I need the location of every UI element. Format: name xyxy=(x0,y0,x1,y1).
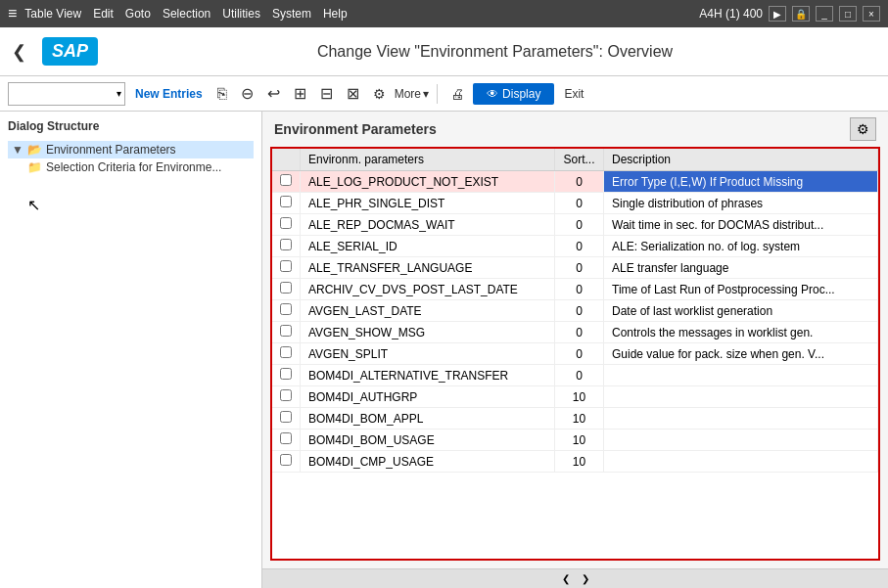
table-row[interactable]: ALE_LOG_PRODUCT_NOT_EXIST0Error Type (I,… xyxy=(272,171,878,193)
row-checkbox[interactable] xyxy=(280,389,292,401)
undo-icon: ↩ xyxy=(267,84,280,103)
row-checkbox[interactable] xyxy=(280,174,292,186)
table-row[interactable]: BOM4DI_BOM_USAGE10 xyxy=(272,430,878,451)
row-sort: 0 xyxy=(555,214,604,236)
back-button[interactable]: ❮ xyxy=(12,41,26,63)
row-checkbox-cell xyxy=(272,236,301,257)
row-checkbox-cell xyxy=(272,300,301,322)
hamburger-icon[interactable]: ≡ xyxy=(8,5,17,23)
row-sort: 0 xyxy=(555,300,604,322)
row-desc: Controls the messages in worklist gen. xyxy=(604,322,878,343)
play-button[interactable]: ▶ xyxy=(769,6,786,22)
menu-item-utilities[interactable]: Utilities xyxy=(222,7,260,21)
table-row[interactable]: ALE_PHR_SINGLE_DIST0Single distribution … xyxy=(272,193,878,214)
grid2-icon-button[interactable]: ⊟ xyxy=(315,81,338,106)
grid3-icon-button[interactable]: ⊠ xyxy=(342,81,364,106)
row-checkbox[interactable] xyxy=(280,196,292,207)
cursor-area: ↖ xyxy=(8,176,254,234)
new-entries-button[interactable]: New Entries xyxy=(129,85,209,103)
copy-icon: ⎘ xyxy=(217,85,227,103)
row-sort: 0 xyxy=(555,365,604,386)
sidebar-item-env-params[interactable]: ▼ 📂 Environment Parameters xyxy=(8,141,254,158)
panel-settings-icon: ⚙ xyxy=(857,121,869,137)
row-checkbox[interactable] xyxy=(280,432,292,444)
table-row[interactable]: AVGEN_SHOW_MSG0Controls the messages in … xyxy=(272,322,878,343)
row-param: ALE_REP_DOCMAS_WAIT xyxy=(301,214,555,236)
col-header-sort[interactable]: Sort... xyxy=(555,149,604,171)
undo-icon-button[interactable]: ↩ xyxy=(262,81,285,106)
row-param: BOM4DI_AUTHGRP xyxy=(301,386,555,408)
row-checkbox-cell xyxy=(272,257,301,279)
row-checkbox[interactable] xyxy=(280,325,292,337)
row-checkbox[interactable] xyxy=(280,282,292,294)
table-row[interactable]: ALE_REP_DOCMAS_WAIT0Wait time in sec. fo… xyxy=(272,214,878,236)
menu-item-tableview[interactable]: Table View xyxy=(24,7,81,21)
sidebar-item-sel-criteria[interactable]: 📁 Selection Criteria for Environme... xyxy=(8,158,254,176)
table-row[interactable]: AVGEN_SPLIT0Guide value for pack. size w… xyxy=(272,343,878,365)
row-checkbox-cell xyxy=(272,386,301,408)
folder-open-icon: ▼ xyxy=(12,143,23,157)
printer-icon: 🖨 xyxy=(450,86,464,102)
row-desc: ALE transfer language xyxy=(604,257,878,279)
col-header-param[interactable]: Environm. parameters xyxy=(301,149,555,171)
menu-item-edit[interactable]: Edit xyxy=(93,7,114,21)
exit-button[interactable]: Exit xyxy=(558,85,589,103)
menu-item-selection[interactable]: Selection xyxy=(163,7,210,21)
row-checkbox[interactable] xyxy=(280,368,292,380)
toolbar-dropdown[interactable] xyxy=(8,82,125,106)
row-checkbox[interactable] xyxy=(280,239,292,250)
table-row[interactable]: BOM4DI_CMP_USAGE10 xyxy=(272,451,878,473)
nav-left-icon[interactable]: ❮ xyxy=(558,573,574,584)
close-button[interactable]: × xyxy=(863,6,880,22)
page-title: Change View "Environment Parameters": Ov… xyxy=(114,43,876,61)
row-checkbox[interactable] xyxy=(280,411,292,423)
delete-icon-button[interactable]: ⊖ xyxy=(236,81,258,106)
row-checkbox[interactable] xyxy=(280,454,292,466)
copy-icon-button[interactable]: ⎘ xyxy=(212,82,232,106)
table-row[interactable]: BOM4DI_BOM_APPL10 xyxy=(272,408,878,430)
row-desc xyxy=(604,365,878,386)
menu-item-system[interactable]: System xyxy=(272,7,311,21)
grid3-icon: ⊠ xyxy=(347,84,359,103)
table-row[interactable]: BOM4DI_ALTERNATIVE_TRANSFER0 xyxy=(272,365,878,386)
table-row[interactable]: ALE_TRANSFER_LANGUAGE0ALE transfer langu… xyxy=(272,257,878,279)
sidebar-title: Dialog Structure xyxy=(8,119,254,133)
panel-settings-button[interactable]: ⚙ xyxy=(850,117,876,141)
row-checkbox-cell xyxy=(272,279,301,300)
table-row[interactable]: BOM4DI_AUTHGRP10 xyxy=(272,386,878,408)
row-param: AVGEN_LAST_DATE xyxy=(301,300,555,322)
grid1-icon-button[interactable]: ⊞ xyxy=(289,81,311,106)
display-button[interactable]: 👁 Display xyxy=(473,83,554,105)
panel-header: Environment Parameters ⚙ xyxy=(262,112,888,147)
more-button[interactable]: More ▾ xyxy=(395,87,429,101)
settings-icon-button[interactable]: ⚙ xyxy=(368,83,391,105)
table-row[interactable]: ARCHIV_CV_DVS_POST_LAST_DATE0Time of Las… xyxy=(272,279,878,300)
row-param: ALE_SERIAL_ID xyxy=(301,236,555,257)
row-checkbox[interactable] xyxy=(280,303,292,315)
grid1-icon: ⊞ xyxy=(294,84,306,103)
col-header-desc[interactable]: Description xyxy=(604,149,878,171)
table-row[interactable]: AVGEN_LAST_DATE0Date of last worklist ge… xyxy=(272,300,878,322)
lock-button[interactable]: 🔒 xyxy=(792,6,810,22)
printer-icon-button[interactable]: 🖨 xyxy=(445,83,469,105)
delete-icon: ⊖ xyxy=(241,84,254,103)
toolbar-dropdown-wrap[interactable] xyxy=(8,82,125,106)
minimize-button[interactable]: _ xyxy=(816,6,833,22)
row-sort: 10 xyxy=(555,408,604,430)
nav-right-icon[interactable]: ❯ xyxy=(578,573,593,584)
grid2-icon: ⊟ xyxy=(320,84,333,103)
row-checkbox-cell xyxy=(272,343,301,365)
maximize-button[interactable]: □ xyxy=(839,6,857,22)
menu-item-goto[interactable]: Goto xyxy=(125,7,151,21)
row-checkbox[interactable] xyxy=(280,346,292,358)
session-info: A4H (1) 400 xyxy=(699,7,763,21)
row-checkbox-cell xyxy=(272,451,301,473)
table-row[interactable]: ALE_SERIAL_ID0ALE: Serialization no. of … xyxy=(272,236,878,257)
row-desc: Single distribution of phrases xyxy=(604,193,878,214)
menu-item-help[interactable]: Help xyxy=(323,7,348,21)
table-container[interactable]: Environm. parameters Sort... Description… xyxy=(270,147,880,561)
row-desc: Date of last worklist generation xyxy=(604,300,878,322)
row-desc xyxy=(604,430,878,451)
row-checkbox[interactable] xyxy=(280,260,292,272)
row-checkbox[interactable] xyxy=(280,217,292,229)
